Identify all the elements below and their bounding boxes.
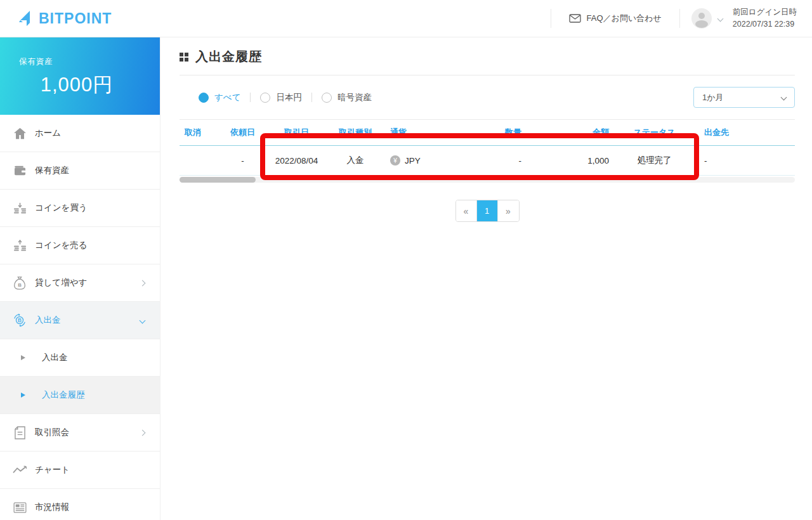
sidebar-item-label: ホーム bbox=[35, 127, 61, 139]
bitpoint-bird-icon bbox=[19, 10, 34, 27]
sidebar-item-label: コインを売る bbox=[35, 240, 88, 251]
svg-text:B: B bbox=[18, 318, 22, 323]
sidebar-item-trade-inquiry[interactable]: 取引照会 bbox=[0, 414, 160, 452]
grid-icon bbox=[180, 53, 188, 61]
page: BITPOINT FAQ／お問い合わせ 前回ログイン日時 2022 bbox=[0, 0, 812, 520]
transfer-icon: B bbox=[11, 313, 29, 327]
cell-request-date: - bbox=[222, 147, 263, 174]
pagination-page-1[interactable]: 1 bbox=[477, 200, 498, 221]
asset-label: 保有資産 bbox=[19, 56, 160, 67]
filter-divider bbox=[250, 93, 251, 102]
cell-currency: ¥ JPY bbox=[381, 146, 469, 174]
cell-trade-date: 2022/08/04 bbox=[263, 147, 330, 174]
pagination: « 1 » bbox=[455, 200, 520, 222]
period-select[interactable]: 1か月 bbox=[693, 87, 795, 108]
sidebar-item-deposit-withdraw[interactable]: B 入出金 bbox=[0, 302, 160, 339]
chart-icon bbox=[11, 465, 29, 474]
filter-crypto[interactable]: 暗号資産 bbox=[322, 92, 372, 103]
chevron-down-icon bbox=[717, 15, 723, 22]
cell-type: 入金 bbox=[330, 146, 381, 175]
coins-buy-icon bbox=[11, 202, 29, 214]
col-header-request-date: 依頼日 bbox=[222, 120, 263, 145]
last-login-value: 2022/07/31 22:39 bbox=[733, 18, 797, 30]
bitpoint-logo[interactable]: BITPOINT bbox=[0, 10, 112, 27]
account-menu[interactable] bbox=[680, 8, 733, 29]
sidebar-item-label: 入出金履歴 bbox=[42, 389, 85, 401]
sidebar-item-buy-coins[interactable]: コインを買う bbox=[0, 190, 160, 227]
sidebar-item-assets[interactable]: 保有資産 bbox=[0, 152, 160, 190]
avatar bbox=[691, 8, 712, 29]
cell-quantity: - bbox=[469, 147, 527, 174]
chevron-right-icon bbox=[140, 280, 146, 286]
sidebar-subitem-deposit-withdraw[interactable]: 入出金 bbox=[0, 339, 160, 377]
pagination-next-button[interactable]: » bbox=[498, 200, 519, 221]
filter-label: 日本円 bbox=[276, 92, 302, 103]
money-bag-icon: B bbox=[11, 276, 29, 290]
sidebar-item-label: 市況情報 bbox=[35, 502, 69, 513]
sidebar-item-label: チャート bbox=[35, 464, 70, 476]
faq-link[interactable]: FAQ／お問い合わせ bbox=[551, 13, 679, 24]
sidebar-item-home[interactable]: ホーム bbox=[0, 115, 160, 152]
filter-divider bbox=[311, 93, 312, 102]
sidebar-item-market-info[interactable]: 市況情報 bbox=[0, 489, 160, 520]
filter-label: すべて bbox=[214, 92, 240, 103]
cell-destination: - bbox=[695, 147, 795, 174]
sidebar-item-label: 入出金 bbox=[35, 315, 61, 326]
filter-jpy[interactable]: 日本円 bbox=[260, 92, 302, 103]
filter-label: 暗号資産 bbox=[337, 92, 372, 103]
main-content: 入出金履歴 すべて 日本円 暗号資産 bbox=[160, 37, 812, 520]
asset-summary-card: 保有資産 1,000円 bbox=[0, 37, 160, 115]
col-header-currency: 通貨 bbox=[381, 120, 469, 145]
col-header-status: ステータス bbox=[614, 120, 695, 145]
svg-text:B: B bbox=[18, 282, 22, 287]
col-header-cancel: 取消 bbox=[180, 120, 222, 145]
home-icon bbox=[11, 127, 29, 140]
horizontal-scrollbar[interactable] bbox=[180, 177, 795, 183]
page-title-row: 入出金履歴 bbox=[180, 48, 795, 75]
table-row: - 2022/08/04 入金 ¥ JPY - 1,000 処理完了 - bbox=[180, 146, 795, 176]
cell-amount: 1,000 bbox=[527, 147, 614, 174]
sidebar: 保有資産 1,000円 ホーム 保有資産 コインを買う bbox=[0, 37, 160, 520]
pagination-prev-button[interactable]: « bbox=[456, 200, 477, 221]
period-select-value: 1か月 bbox=[702, 92, 724, 103]
sidebar-item-label: 貸して増やす bbox=[35, 277, 87, 289]
filter-row: すべて 日本円 暗号資産 1か月 bbox=[180, 87, 795, 108]
sidebar-item-label: 取引照会 bbox=[35, 427, 69, 438]
col-header-amount: 金額 bbox=[527, 120, 614, 145]
radio-selected-icon[interactable] bbox=[199, 93, 209, 103]
filter-all[interactable]: すべて bbox=[199, 92, 240, 103]
sidebar-item-label: 保有資産 bbox=[35, 165, 69, 176]
cell-status: 処理完了 bbox=[614, 146, 695, 175]
coins-sell-icon bbox=[11, 240, 29, 252]
col-header-type: 取引種別 bbox=[330, 120, 381, 145]
page-title: 入出金履歴 bbox=[195, 48, 262, 65]
radio-unselected-icon[interactable] bbox=[260, 93, 270, 103]
sidebar-subitem-deposit-withdraw-history[interactable]: 入出金履歴 bbox=[0, 377, 160, 414]
chevron-down-icon bbox=[140, 317, 146, 323]
col-header-quantity: 数量 bbox=[469, 120, 527, 145]
jpy-coin-icon: ¥ bbox=[390, 155, 400, 166]
history-table: 取消 依頼日 取引日 取引種別 通貨 数量 金額 ステータス 出金先 - 202… bbox=[180, 119, 795, 183]
col-header-trade-date: 取引日 bbox=[263, 120, 330, 145]
sidebar-item-chart[interactable]: チャート bbox=[0, 452, 160, 489]
sidebar-item-label: コインを買う bbox=[35, 202, 88, 214]
faq-label: FAQ／お問い合わせ bbox=[587, 13, 662, 24]
sidebar-item-lending[interactable]: B 貸して増やす bbox=[0, 264, 160, 302]
currency-filters: すべて 日本円 暗号資産 bbox=[180, 92, 372, 103]
chevron-down-icon bbox=[781, 94, 787, 101]
currency-code: JPY bbox=[405, 156, 421, 166]
news-icon bbox=[11, 502, 29, 513]
mail-icon bbox=[569, 14, 581, 23]
triangle-right-icon bbox=[21, 355, 25, 360]
triangle-right-icon bbox=[21, 393, 25, 398]
cell-cancel bbox=[180, 152, 222, 169]
top-header: BITPOINT FAQ／お問い合わせ 前回ログイン日時 2022 bbox=[0, 0, 812, 37]
radio-unselected-icon[interactable] bbox=[322, 93, 332, 103]
last-login-info: 前回ログイン日時 2022/07/31 22:39 bbox=[733, 6, 812, 31]
asset-value: 1,000円 bbox=[19, 72, 160, 98]
wallet-icon bbox=[11, 166, 29, 176]
scrollbar-thumb[interactable] bbox=[180, 177, 256, 183]
sidebar-item-sell-coins[interactable]: コインを売る bbox=[0, 227, 160, 264]
table-header-row: 取消 依頼日 取引日 取引種別 通貨 数量 金額 ステータス 出金先 bbox=[180, 119, 795, 146]
sidebar-item-label: 入出金 bbox=[42, 352, 68, 363]
